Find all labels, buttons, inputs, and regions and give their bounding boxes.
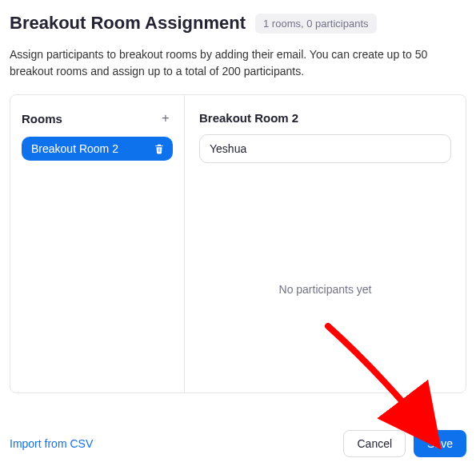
- room-summary-badge: 1 rooms, 0 participants: [255, 14, 377, 34]
- rooms-panel: Rooms + Breakout Room 2 Breakout Room 2 …: [10, 94, 466, 393]
- import-csv-link[interactable]: Import from CSV: [10, 437, 93, 450]
- rooms-header: Rooms +: [22, 111, 173, 125]
- participant-input[interactable]: [199, 134, 451, 163]
- plus-icon: +: [162, 112, 169, 125]
- cancel-button[interactable]: Cancel: [343, 430, 406, 457]
- rooms-title: Rooms: [22, 112, 62, 125]
- no-participants-text: No participants yet: [199, 283, 451, 296]
- room-item-label: Breakout Room 2: [31, 142, 118, 155]
- page-title: Breakout Room Assignment: [10, 13, 246, 34]
- room-detail-title: Breakout Room 2: [199, 111, 451, 125]
- footer: Import from CSV Cancel Save: [10, 430, 466, 457]
- room-detail-column: Breakout Room 2 No participants yet: [185, 95, 466, 392]
- room-item-selected[interactable]: Breakout Room 2: [22, 137, 173, 161]
- save-button[interactable]: Save: [414, 430, 466, 457]
- header-row: Breakout Room Assignment 1 rooms, 0 part…: [10, 13, 466, 34]
- rooms-column: Rooms + Breakout Room 2: [10, 95, 185, 392]
- trash-icon[interactable]: [154, 143, 165, 154]
- description-text: Assign participants to breakout rooms by…: [10, 46, 466, 80]
- footer-buttons: Cancel Save: [343, 430, 466, 457]
- add-room-button[interactable]: +: [158, 111, 173, 125]
